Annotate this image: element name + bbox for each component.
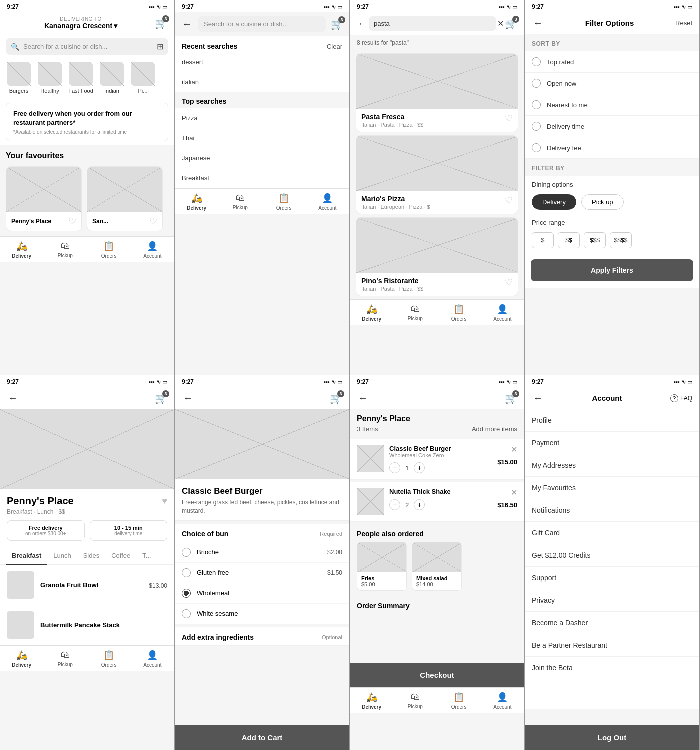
tab-item-account[interactable]: 👤 Account — [481, 692, 524, 710]
result-heart-button[interactable]: ♡ — [505, 195, 513, 206]
search-active-bar[interactable]: ← 🛒3 — [175, 12, 350, 36]
tab-item-pickup[interactable]: 🛍 Pickup — [394, 692, 437, 710]
favourite-card[interactable]: San... ♡ — [87, 166, 163, 231]
menu-tab[interactable]: Sides — [78, 547, 106, 565]
remove-item-button[interactable]: ✕ — [511, 488, 518, 497]
search-bar[interactable]: 🔍 ⊞ — [6, 38, 168, 55]
menu-item-row[interactable]: Granola Fruit Bowl$13.00 — [0, 565, 174, 605]
tab-item-orders[interactable]: 📋 Orders — [262, 193, 306, 211]
bun-option-row[interactable]: White sesame — [175, 604, 350, 624]
menu-tab[interactable]: Lunch — [48, 547, 77, 565]
search-query-display[interactable]: pasta — [369, 16, 496, 31]
cart-button[interactable]: 🛒3 — [330, 392, 342, 404]
category-item[interactable]: Indian — [99, 62, 125, 94]
account-menu-item[interactable]: Get $12.00 Credits — [525, 544, 700, 567]
tab-item-pickup[interactable]: 🛍 Pickup — [44, 241, 87, 259]
menu-item-row[interactable]: Buttermilk Pancake Stack — [0, 605, 174, 645]
sort-option[interactable]: Delivery fee — [525, 137, 700, 159]
sort-option[interactable]: Nearest to me — [525, 94, 700, 116]
qty-decrease-button[interactable]: − — [390, 499, 400, 510]
bun-option-row[interactable]: Gluten free$1.50 — [175, 563, 350, 583]
bun-option-row[interactable]: Wholemeal — [175, 583, 350, 604]
favourite-heart-button[interactable]: ♡ — [68, 216, 76, 227]
account-menu-item[interactable]: Support — [525, 567, 700, 589]
menu-tab[interactable]: Coffee — [106, 547, 136, 565]
back-button[interactable]: ← — [532, 391, 544, 405]
tab-item-orders[interactable]: 📋 Orders — [88, 241, 131, 259]
recent-search-item[interactable]: italian — [175, 72, 350, 92]
top-search-item[interactable]: Breakfast — [175, 168, 350, 188]
suggestion-card[interactable]: Fries $5.00 — [357, 542, 407, 591]
price-option-button[interactable]: $ — [532, 232, 554, 248]
cart-button[interactable]: 🛒3 — [155, 17, 168, 29]
cart-button[interactable]: 🛒3 — [155, 392, 168, 404]
account-menu-item[interactable]: Notifications — [525, 499, 700, 522]
account-menu-item[interactable]: Be a Partner Restaurant — [525, 634, 700, 657]
suggestion-card[interactable]: Mixed salad $14.00 — [412, 542, 462, 591]
bun-option-row[interactable]: Brioche$2.00 — [175, 542, 350, 563]
faq-button[interactable]: ? FAQ — [670, 394, 692, 402]
back-button[interactable]: ← — [357, 17, 369, 30]
restaurant-heart-button[interactable]: ♥ — [162, 496, 168, 506]
tab-item-account[interactable]: 👤 Account — [131, 241, 174, 259]
account-menu-item[interactable]: Privacy — [525, 589, 700, 612]
back-button[interactable]: ← — [181, 17, 193, 31]
category-item[interactable]: Fast Food — [68, 62, 94, 94]
tab-item-delivery[interactable]: 🛵 Delivery — [350, 692, 394, 710]
tab-item-account[interactable]: 👤 Account — [131, 650, 174, 668]
category-item[interactable]: Pi... — [130, 62, 156, 94]
qty-increase-button[interactable]: + — [414, 462, 425, 473]
clear-search-button[interactable]: ✕ — [496, 18, 505, 29]
tab-item-orders[interactable]: 📋 Orders — [438, 692, 481, 710]
cart-button[interactable]: 🛒3 — [505, 18, 518, 30]
tab-item-pickup[interactable]: 🛍 Pickup — [218, 193, 262, 211]
checkout-button[interactable]: Checkout — [350, 663, 524, 687]
cart-button[interactable]: 🛒3 — [505, 392, 518, 404]
tab-item-pickup[interactable]: 🛍 Pickup — [44, 650, 87, 668]
account-menu-item[interactable]: Payment — [525, 432, 700, 454]
account-menu-item[interactable]: Join the Beta — [525, 657, 700, 679]
menu-tab[interactable]: Breakfast — [6, 547, 48, 565]
sort-option[interactable]: Open now — [525, 73, 700, 94]
back-button[interactable]: ← — [532, 16, 544, 30]
account-menu-item[interactable]: Profile — [525, 409, 700, 432]
filter-icon[interactable]: ⊞ — [157, 42, 164, 51]
tab-item-pickup[interactable]: 🛍 Pickup — [394, 304, 437, 322]
back-button[interactable]: ← — [7, 391, 19, 405]
remove-item-button[interactable]: ✕ — [511, 445, 518, 454]
back-button[interactable]: ← — [357, 391, 369, 405]
account-menu-item[interactable]: Gift Card — [525, 522, 700, 544]
sort-option[interactable]: Delivery time — [525, 116, 700, 137]
search-input-active[interactable] — [198, 16, 326, 32]
result-card[interactable]: Pasta Fresca Italian · Pasta · Pizza · $… — [356, 53, 518, 132]
dining-option-button[interactable]: Delivery — [532, 194, 576, 210]
tab-item-delivery[interactable]: 🛵 Delivery — [0, 241, 44, 259]
add-more-button[interactable]: Add more items — [472, 425, 518, 433]
qty-decrease-button[interactable]: − — [390, 462, 400, 473]
back-button[interactable]: ← — [182, 391, 194, 405]
account-menu-item[interactable]: My Favourites — [525, 477, 700, 499]
qty-increase-button[interactable]: + — [414, 499, 425, 510]
recent-search-item[interactable]: dessert — [175, 52, 350, 72]
add-to-cart-button[interactable]: Add to Cart — [175, 725, 350, 750]
result-heart-button[interactable]: ♡ — [505, 277, 513, 288]
reset-button[interactable]: Reset — [676, 19, 692, 27]
tab-item-orders[interactable]: 📋 Orders — [438, 304, 481, 322]
favourite-card[interactable]: Penny's Place ♡ — [6, 166, 82, 231]
category-item[interactable]: Burgers — [6, 62, 32, 94]
dining-option-button[interactable]: Pick up — [582, 194, 624, 210]
apply-filters-button[interactable]: Apply Filters — [531, 259, 694, 281]
search-input[interactable] — [24, 43, 153, 50]
account-menu-item[interactable]: My Addresses — [525, 454, 700, 477]
tab-item-delivery[interactable]: 🛵 Delivery — [0, 650, 44, 668]
tab-item-account[interactable]: 👤 Account — [306, 193, 350, 211]
result-card[interactable]: Mario's Pizza Italian · European · Pizza… — [356, 135, 518, 214]
cart-button[interactable]: 🛒3 — [331, 18, 344, 30]
account-menu-item[interactable]: Become a Dasher — [525, 612, 700, 634]
clear-button[interactable]: Clear — [327, 43, 342, 50]
top-search-item[interactable]: Pizza — [175, 108, 350, 128]
result-heart-button[interactable]: ♡ — [505, 113, 513, 124]
tab-item-orders[interactable]: 📋 Orders — [88, 650, 131, 668]
menu-tab[interactable]: T... — [136, 547, 157, 565]
tab-item-delivery[interactable]: 🛵 Delivery — [350, 304, 394, 322]
